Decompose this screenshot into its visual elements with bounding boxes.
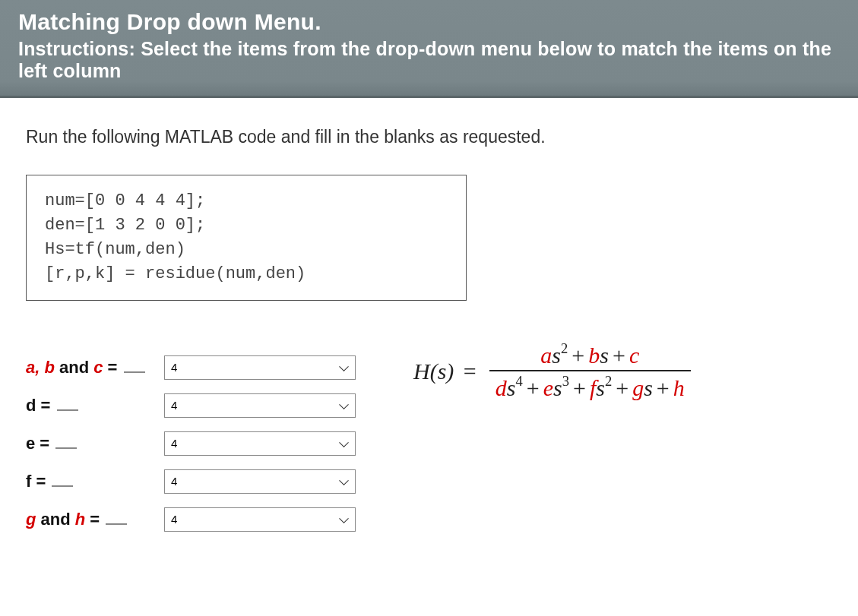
dropdown-value: 4 xyxy=(171,513,177,526)
form-label: f = xyxy=(26,472,164,491)
transfer-function-equation: H(s) = as2+bs+c ds4+es3+fs2+gs+h xyxy=(410,342,691,401)
form-label: a, b and c = xyxy=(26,358,164,377)
equation-fraction: as2+bs+c ds4+es3+fs2+gs+h xyxy=(489,342,691,401)
blank-line xyxy=(57,400,78,410)
equation-numerator: as2+bs+c xyxy=(530,342,650,370)
form-label: d = xyxy=(26,396,164,415)
header: Matching Drop down Menu. Instructions: S… xyxy=(0,0,858,98)
dropdown-value: 4 xyxy=(171,437,177,450)
bottom-section: a, b and c = 4d = 4e = 4f = 4g and h = 4… xyxy=(26,355,832,532)
blank-line xyxy=(52,476,73,486)
form-row: e = 4 xyxy=(26,431,356,456)
header-title: Matching Drop down Menu. xyxy=(18,9,840,35)
blank-line xyxy=(55,438,77,448)
equation-lhs: H(s) = xyxy=(410,359,485,384)
form-row: g and h = 4 xyxy=(26,507,356,532)
blank-line xyxy=(124,362,145,372)
form-row: a, b and c = 4 xyxy=(26,355,356,380)
prompt-text: Run the following MATLAB code and fill i… xyxy=(26,127,832,147)
form-row: d = 4 xyxy=(26,393,356,418)
answer-dropdown[interactable]: 4 xyxy=(164,469,356,494)
form-label: g and h = xyxy=(26,510,164,529)
header-instructions: Instructions: Select the items from the … xyxy=(18,38,840,82)
answer-dropdown[interactable]: 4 xyxy=(164,431,356,456)
answer-dropdown[interactable]: 4 xyxy=(164,507,356,532)
answer-dropdown[interactable]: 4 xyxy=(164,393,356,418)
code-block: num=[0 0 4 4 4]; den=[1 3 2 0 0]; Hs=tf(… xyxy=(26,175,467,301)
matching-form: a, b and c = 4d = 4e = 4f = 4g and h = 4 xyxy=(26,355,356,532)
answer-dropdown[interactable]: 4 xyxy=(164,355,356,380)
equation-denominator: ds4+es3+fs2+gs+h xyxy=(489,370,691,401)
dropdown-value: 4 xyxy=(171,361,177,374)
blank-line xyxy=(106,514,127,524)
dropdown-value: 4 xyxy=(171,399,177,412)
form-label: e = xyxy=(26,434,164,453)
dropdown-value: 4 xyxy=(171,475,177,488)
content: Run the following MATLAB code and fill i… xyxy=(0,98,858,561)
form-row: f = 4 xyxy=(26,469,356,494)
